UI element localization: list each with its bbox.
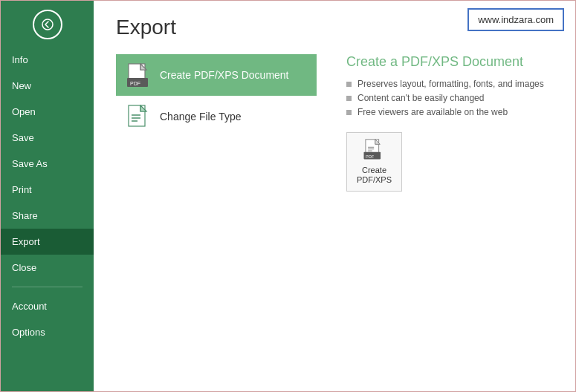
back-button[interactable] [33,10,62,39]
create-pdf-button[interactable]: PDF Create PDF/XPS [346,132,402,192]
sidebar-item-info[interactable]: Info [1,47,94,73]
sidebar: Info New Open Save Save As Print Share E… [1,1,94,391]
svg-point-0 [42,19,53,30]
sidebar-item-print[interactable]: Print [1,177,94,203]
watermark-url: www.indzara.com [467,8,564,31]
bullet-text-2: Content can't be easily changed [357,93,484,103]
bullet-text-3: Free viewers are available on the web [357,107,508,117]
export-list: PDF Create PDF/XPS Document [116,54,317,192]
pdf-icon: PDF [127,63,151,87]
export-detail-bullets: Preserves layout, formatting, fonts, and… [346,79,553,117]
create-pdf-button-icon: PDF [361,139,388,162]
create-pdf-button-label: Create PDF/XPS [353,166,395,185]
export-detail-title: Create a PDF/XPS Document [346,54,553,70]
sidebar-item-save[interactable]: Save [1,125,94,151]
bullet-item-2: Content can't be easily changed [346,93,553,103]
sidebar-item-open[interactable]: Open [1,99,94,125]
main-content: www.indzara.com Export PDF [94,1,575,391]
bullet-icon-1 [346,82,352,87]
sidebar-bottom: Account Options [1,293,94,345]
bullet-text-1: Preserves layout, formatting, fonts, and… [357,79,544,89]
sidebar-item-account[interactable]: Account [1,293,94,319]
bullet-item-3: Free viewers are available on the web [346,107,553,117]
change-file-type-icon [127,105,151,128]
create-pdf-label: Create PDF/XPS Document [160,69,289,81]
bullet-icon-3 [346,110,352,115]
export-detail-panel: Create a PDF/XPS Document Preserves layo… [346,54,553,192]
export-option-change-file-type[interactable]: Change File Type [116,96,317,137]
app-container: Info New Open Save Save As Print Share E… [1,1,575,391]
svg-text:PDF: PDF [130,81,140,86]
sidebar-item-close[interactable]: Close [1,255,94,281]
bullet-item-1: Preserves layout, formatting, fonts, and… [346,79,553,89]
sidebar-item-save-as[interactable]: Save As [1,151,94,177]
sidebar-item-new[interactable]: New [1,73,94,99]
bullet-icon-2 [346,96,352,101]
export-option-create-pdf[interactable]: PDF Create PDF/XPS Document [116,54,317,96]
change-file-type-label: Change File Type [160,111,241,122]
sidebar-item-options[interactable]: Options [1,319,94,345]
sidebar-nav: Info New Open Save Save As Print Share E… [1,47,94,391]
svg-text:PDF: PDF [365,154,374,159]
sidebar-item-export[interactable]: Export [1,229,94,255]
export-options: PDF Create PDF/XPS Document [116,54,553,192]
sidebar-item-share[interactable]: Share [1,203,94,229]
sidebar-divider [12,287,82,287]
